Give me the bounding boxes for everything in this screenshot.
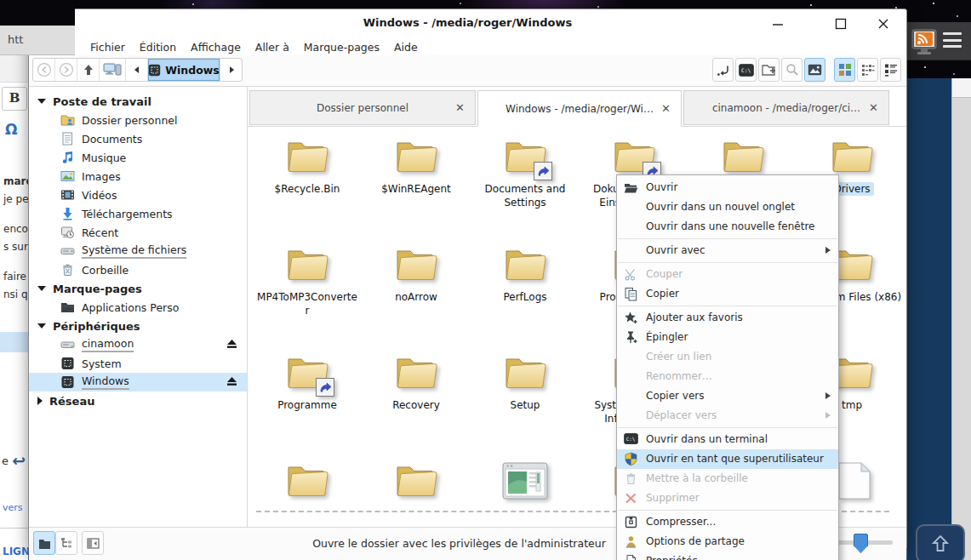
menu-item-compresser[interactable]: Compresser... <box>617 512 838 532</box>
search-icon[interactable] <box>781 58 803 82</box>
bottom-link[interactable]: LIGNE <box>3 546 28 557</box>
file-item[interactable] <box>253 454 362 527</box>
tab-close-icon[interactable]: ✕ <box>869 101 878 114</box>
sidebar-item-telechargements[interactable]: Téléchargements <box>29 204 247 223</box>
collapse-triangle-icon[interactable] <box>37 99 46 104</box>
up-button[interactable] <box>77 59 100 81</box>
menu-item-ouvrir-avec[interactable]: Ouvrir avec <box>617 241 838 260</box>
sidebar-section-peripheriques[interactable]: Périphériques <box>29 317 247 335</box>
file-item[interactable]: Recovery <box>362 346 471 454</box>
titlebar[interactable]: Windows - /media/roger/Windows <box>29 9 906 38</box>
menu-edition[interactable]: Édition <box>140 41 176 54</box>
expand-triangle-icon[interactable] <box>37 397 43 405</box>
menu-affichage[interactable]: Affichage <box>191 41 241 54</box>
background-scrollbar[interactable] <box>951 78 971 560</box>
icon-view-icon[interactable] <box>834 58 855 82</box>
follow-symlink-icon[interactable] <box>712 58 734 82</box>
menu-item-ouvrir-nouvelle-fenetre[interactable]: Ouvrir dans une nouvelle fenêtre <box>617 217 838 237</box>
forward-button[interactable] <box>55 59 77 81</box>
minimize-button[interactable] <box>767 13 789 35</box>
sidebar-item-images[interactable]: Images <box>29 167 247 186</box>
menu-aller-a[interactable]: Aller à <box>255 41 289 54</box>
list-view-icon[interactable] <box>880 58 901 82</box>
sidebar-item-corbeille[interactable]: Corbeille <box>29 260 247 279</box>
sidebar-section-marque-pages[interactable]: Marque-pages <box>29 279 247 298</box>
path-scroll-left-icon[interactable] <box>126 59 148 81</box>
menu-item-ouvrir-terminal[interactable]: C:\ Ouvrir dans un terminal <box>617 430 838 449</box>
file-item[interactable]: $WinREAgent <box>362 129 471 237</box>
panel-menu-icon[interactable] <box>943 32 962 48</box>
sidebar-section-reseau[interactable]: Réseau <box>29 391 247 410</box>
menu-item-deplacer-vers[interactable]: Déplacer vers <box>617 406 838 426</box>
zoom-slider[interactable] <box>833 540 893 545</box>
file-item[interactable]: PerfLogs <box>471 237 580 346</box>
computer-icon-button[interactable] <box>100 59 126 81</box>
file-item[interactable]: Documents and Settings <box>471 129 580 237</box>
bold-button[interactable]: B <box>2 87 27 111</box>
menu-item-epingler[interactable]: Épingler <box>617 328 838 347</box>
eject-icon[interactable] <box>226 338 238 350</box>
menu-item-mettre-a-la-corbeille[interactable]: Mettre à la corbeille <box>617 469 838 489</box>
file-item[interactable] <box>471 454 580 527</box>
file-item[interactable] <box>362 454 471 527</box>
menu-item-renommer[interactable]: Renommer… <box>617 367 838 386</box>
browser-urlbar[interactable]: htt <box>0 26 75 55</box>
menu-marque-pages[interactable]: Marque-pages <box>304 41 380 54</box>
show-places-button[interactable] <box>33 531 55 555</box>
sidebar-item-applications-perso[interactable]: Applications Perso <box>29 298 247 317</box>
link-fragment[interactable]: vers <box>3 502 23 513</box>
menu-aide[interactable]: Aide <box>394 41 418 54</box>
sidebar-item-systeme-de-fichiers[interactable]: Système de fichiers <box>29 242 247 260</box>
toggle-side-pane-button[interactable] <box>82 531 104 555</box>
sidebar-item-windows[interactable]: Windows <box>29 373 247 391</box>
file-item[interactable]: noArrow <box>362 237 471 346</box>
menu-item-ouvrir[interactable]: Ouvrir <box>617 178 838 197</box>
zoom-slider-handle[interactable] <box>854 534 868 553</box>
sidebar-item-documents[interactable]: Documents <box>29 129 247 148</box>
menu-item-copier[interactable]: Copier <box>617 284 838 304</box>
menu-item-supprimer[interactable]: Supprimer <box>617 489 838 508</box>
scroll-to-top-button[interactable] <box>916 524 965 560</box>
collapse-triangle-icon[interactable] <box>37 286 46 291</box>
sidebar-item-recent[interactable]: Récent <box>29 223 247 242</box>
sidebar-item-musique[interactable]: Musique <box>29 148 247 167</box>
new-folder-icon[interactable] <box>758 58 780 82</box>
tab-dossier-personnel[interactable]: Dossier personnel✕ <box>249 90 476 125</box>
menu-item-ouvrir-nouvel-onglet[interactable]: Ouvrir dans un nouvel onglet <box>617 197 838 217</box>
path-scroll-right-icon[interactable] <box>220 59 242 81</box>
undo-arrow-icon[interactable]: ↩ <box>12 451 26 470</box>
omega-button[interactable]: Ω <box>5 121 17 138</box>
file-item[interactable]: MP4ToMP3Converter <box>253 237 362 346</box>
path-button-windows[interactable]: Windows <box>148 59 220 81</box>
tab-cinamoon[interactable]: cinamoon - /media/roger/ci…✕ <box>683 90 889 125</box>
sidebar-section-poste-de-travail[interactable]: Poste de travail <box>29 92 247 111</box>
menu-item-ajouter-aux-favoris[interactable]: Ajouter aux favoris <box>617 308 838 328</box>
sidebar-item-dossier-personnel[interactable]: Dossier personnel <box>29 111 247 129</box>
compact-view-icon[interactable] <box>857 58 878 82</box>
maximize-button[interactable] <box>830 13 852 35</box>
sidebar-item-cinamoon[interactable]: cinamoon <box>29 335 247 354</box>
tab-close-icon[interactable]: ✕ <box>455 101 465 114</box>
file-item[interactable]: $Recycle.Bin <box>253 129 362 237</box>
open-terminal-toolbar-icon[interactable]: C:\ <box>735 58 757 82</box>
menu-item-options-de-partage[interactable]: Options de partage <box>617 532 838 551</box>
back-button[interactable] <box>33 59 55 81</box>
menu-item-creer-un-lien[interactable]: Créer un lien <box>617 347 838 367</box>
collapse-triangle-icon[interactable] <box>37 323 46 329</box>
close-button[interactable] <box>872 13 894 35</box>
tab-close-icon[interactable]: ✕ <box>661 102 671 115</box>
file-item[interactable]: Programme <box>253 346 362 454</box>
menu-item-ouvrir-superutilisateur[interactable]: Ouvrir en tant que superutilisateur <box>617 449 838 469</box>
menu-fichier[interactable]: Fichier <box>90 41 125 54</box>
menu-item-couper[interactable]: Couper <box>617 265 838 284</box>
show-tree-button[interactable] <box>55 531 77 555</box>
file-item[interactable]: Setup <box>471 346 580 454</box>
menu-item-copier-vers[interactable]: Copier vers <box>617 386 838 406</box>
sidebar-item-system[interactable]: System <box>29 354 247 373</box>
rss-monitor-icon[interactable] <box>909 27 940 58</box>
show-thumbnails-icon[interactable] <box>804 58 825 82</box>
sidebar-item-videos[interactable]: Vidéos <box>29 186 247 204</box>
eject-icon[interactable] <box>226 375 238 387</box>
tab-windows[interactable]: Windows - /media/roger/Wi…✕ <box>477 90 682 127</box>
menu-item-proprietes[interactable]: Propriétés <box>617 551 838 560</box>
